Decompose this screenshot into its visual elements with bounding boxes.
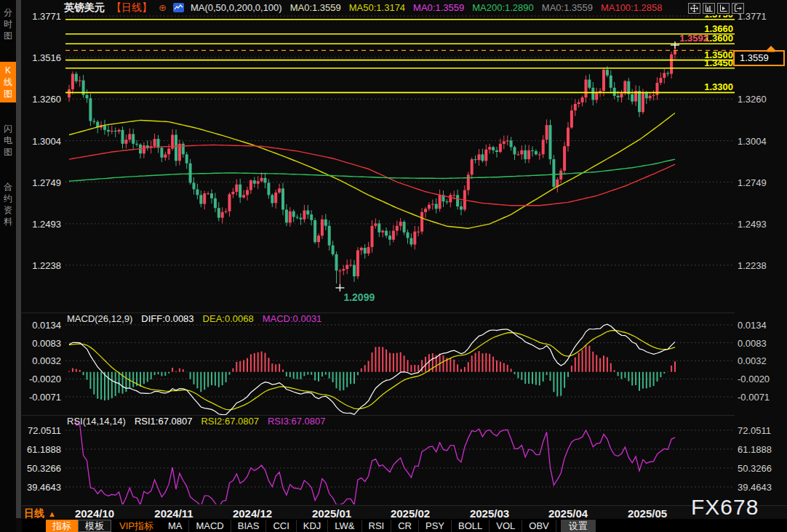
time-axis-month: 2025/05	[617, 507, 678, 520]
ma-legend-item: MA200:1.2890	[472, 2, 534, 13]
chart-header: 英镑美元 【日线】 ⊕ MA(0,50,0,200,0,100)MA0:1.35…	[64, 1, 662, 14]
macd-axis-label: -0.0020	[738, 374, 783, 384]
macd-axis-label: -0.0071	[20, 392, 61, 403]
sidebar-tab-item[interactable]: 分 时 图	[0, 4, 16, 44]
price-axis-label: 1.2238	[20, 260, 61, 271]
toolbar-button-plain[interactable]: CR	[391, 520, 419, 532]
price-axis-label: 1.3771	[738, 11, 783, 22]
rsi-axis-label: 50.3266	[738, 463, 783, 474]
toolbar-button-plain[interactable]: LW&	[328, 520, 361, 532]
level-line-label: 1.3300	[690, 81, 733, 92]
toolbar-button-plain[interactable]: RSI	[362, 520, 392, 532]
axis-scale-icon[interactable]	[703, 3, 715, 14]
macd-value: DIFF:0.0083	[141, 313, 193, 324]
indicator-toolbar: 指标模板VIP指标MAMACDBIASCCIKDJLW&RSICRPSYBOLL…	[22, 519, 787, 532]
fx678-watermark: FX678	[691, 495, 759, 520]
macd-value: DEA:0.0068	[203, 313, 254, 324]
window-tool-icons	[688, 3, 744, 14]
toolbar-button-plain[interactable]: CCI	[266, 520, 296, 532]
toolbar-button-plain[interactable]: KDJ	[297, 520, 329, 532]
price-axis-label: 1.2238	[738, 260, 783, 271]
toolbar-button-plain[interactable]: BIAS	[231, 520, 267, 532]
pan-tool-icon[interactable]	[688, 3, 700, 14]
high-marker-label: 1.3592	[668, 33, 708, 44]
rsi-header: RSI(14,14,14) RSI1:67.0807RSI2:67.0807RS…	[67, 416, 325, 427]
price-axis-label: 1.3004	[20, 136, 61, 147]
ma-legend-item: MA100:1.2858	[601, 2, 663, 13]
macd-axis-label: 0.0134	[20, 320, 61, 331]
price-axis-label: 1.2493	[738, 219, 783, 230]
low-marker-label: 1.2099	[343, 291, 375, 303]
price-axis-label: 1.3004	[738, 136, 783, 147]
exit-icon[interactable]	[732, 3, 744, 14]
price-axis-label: 1.2493	[20, 219, 61, 230]
sidebar: 分 时 图K 线 图闪 电 图合 约 资 料	[0, 0, 16, 532]
macd-title: MACD(26,12,9)	[67, 313, 132, 324]
ma-legend-item: MA0:1.3559	[413, 2, 464, 13]
ma-legend-item: MA(0,50,0,200,0,100)	[191, 2, 282, 13]
toolbar-button-vip[interactable]: VIP指标	[111, 520, 161, 532]
price-alert-arrow-icon[interactable]	[764, 42, 778, 55]
rsi-value: RSI3:67.0807	[268, 416, 326, 427]
rsi-axis-label: 39.4643	[738, 482, 783, 493]
period-tag[interactable]: 【日线】	[111, 1, 152, 15]
time-axis-month: 2024/12	[222, 507, 283, 520]
time-axis-month: 2024/11	[143, 507, 204, 520]
price-axis-label: 1.3260	[738, 94, 783, 105]
chart-canvas[interactable]	[0, 0, 787, 532]
level-line-label: 1.3450	[690, 57, 733, 68]
macd-axis-label: 0.0083	[20, 338, 61, 349]
candlestick-layer	[68, 45, 676, 288]
toolbar-button-plain[interactable]: MACD	[189, 520, 231, 532]
toolbar-button-plain[interactable]: VOL	[490, 520, 522, 532]
macd-axis-label: -0.0071	[738, 392, 783, 403]
rsi-axis-label: 72.0511	[20, 425, 61, 436]
rsi-axis-label: 72.0511	[738, 425, 783, 436]
macd-axis-label: 0.0032	[738, 355, 783, 366]
time-axis-month: 2025/02	[380, 507, 441, 520]
rsi-axis-label: 39.4643	[20, 482, 61, 493]
expand-icon[interactable]: ⊕	[159, 2, 167, 13]
sidebar-tab-active[interactable]: K 线 图	[0, 62, 16, 102]
sidebar-tab-item[interactable]: 闪 电 图	[0, 120, 16, 161]
trading-app-window: 分 时 图K 线 图闪 电 图合 约 资 料 英镑美元 【日线】 ⊕ MA(0,…	[0, 0, 787, 532]
macd-axis-label: 0.0083	[738, 338, 783, 349]
ma-legend-item: MA0:1.3559	[290, 2, 341, 13]
toolbar-button-plain[interactable]: MA	[161, 520, 190, 532]
time-axis-month: 2025/01	[301, 507, 362, 520]
macd-header: MACD(26,12,9) DIFF:0.0083DEA:0.0068MACD:…	[67, 313, 321, 324]
time-axis-month: 2024/10	[64, 507, 125, 520]
toolbar-button-active[interactable]: 指标	[46, 520, 78, 532]
ma-legend: MA(0,50,0,200,0,100)MA0:1.3559MA50:1.317…	[191, 2, 663, 13]
toolbar-button-plain[interactable]: PSY	[419, 520, 452, 532]
rsi-axis-label: 61.1888	[20, 444, 61, 455]
toolbar-button-plain[interactable]: BOLL	[452, 520, 490, 532]
rsi-axis-label: 61.1888	[738, 444, 783, 455]
rsi-values: RSI1:67.0807RSI2:67.0807RSI3:67.0807	[135, 416, 326, 427]
time-axis-month: 2025/04	[538, 507, 599, 520]
time-axis-month: 2025/03	[459, 507, 520, 520]
ma-legend-item: MA50:1.3174	[349, 2, 405, 13]
price-axis-label: 1.2749	[738, 177, 783, 188]
rsi-value: RSI1:67.0807	[135, 416, 193, 427]
price-axis-label: 1.3260	[20, 94, 61, 105]
sidebar-divider	[16, 0, 21, 518]
mini-chart-icon[interactable]	[173, 3, 184, 12]
macd-axis-label: -0.0020	[20, 374, 61, 384]
ma-legend-item: MA0:1.3559	[542, 2, 593, 13]
rsi-title: RSI(14,14,14)	[67, 416, 126, 427]
price-axis-label: 1.3516	[20, 52, 61, 63]
toolbar-button-normal[interactable]: 模板	[78, 520, 111, 532]
rsi-axis-label: 50.3266	[20, 463, 61, 474]
macd-axis-label: 0.0134	[738, 320, 783, 331]
period-up-arrow-icon: ▲	[48, 509, 56, 518]
sidebar-tab-item[interactable]: 合 约 资 料	[0, 178, 16, 230]
panel-layout-icon[interactable]	[717, 3, 730, 14]
macd-value: MACD:0.0031	[263, 313, 322, 324]
price-axis-label: 1.3771	[20, 11, 61, 22]
toolbar-button-settings[interactable]: 设置	[561, 520, 596, 532]
toolbar-button-plain[interactable]: OBV	[522, 520, 556, 532]
symbol-name: 英镑美元	[64, 1, 105, 15]
macd-layer	[69, 324, 675, 415]
rsi-value: RSI2:67.0807	[201, 416, 259, 427]
